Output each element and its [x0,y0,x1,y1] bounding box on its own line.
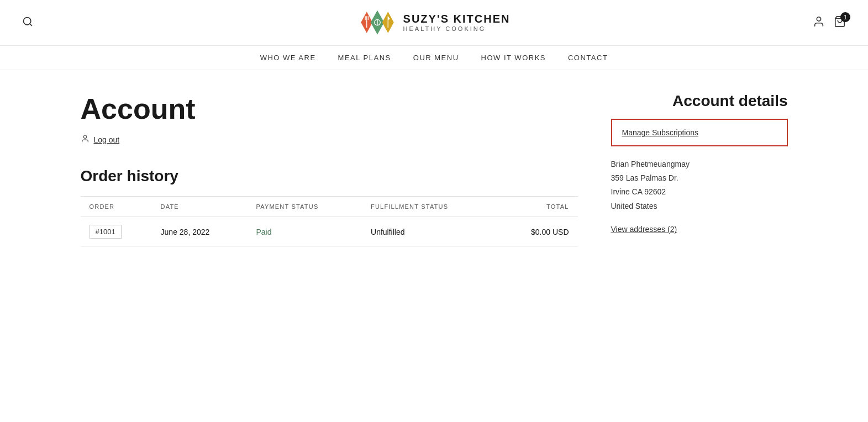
logo-icon [358,9,397,36]
logo-title: SUZY'S KITCHEN [403,12,511,25]
address-line3: United States [611,199,788,213]
search-button[interactable] [22,16,33,30]
logout-row: Log out [81,134,578,145]
manage-subscriptions-link[interactable]: Manage Subscriptions [622,128,699,137]
svg-point-15 [83,135,86,138]
address-name: Brian Phetmeuangmay [611,157,788,171]
logout-link[interactable]: Log out [94,135,120,144]
cell-order[interactable]: #1001 [81,217,152,247]
account-details-title: Account details [611,92,788,110]
nav-how-it-works[interactable]: HOW IT WORKS [481,54,546,62]
nav-who-we-are[interactable]: WHO WE ARE [260,54,316,62]
svg-point-13 [817,17,820,20]
address-line1: 359 Las Palmas Dr. [611,171,788,185]
logo-subtitle: HEALTHY COOKING [403,25,511,33]
cell-payment-status: Paid [247,217,362,247]
cell-date: June 28, 2022 [152,217,248,247]
logout-user-icon [81,134,90,145]
logo-text: SUZY'S KITCHEN HEALTHY COOKING [403,12,511,33]
main-content: Account Log out Order history ORDER DATE… [48,70,821,269]
col-date: DATE [152,197,248,217]
nav-our-menu[interactable]: OUR MENU [413,54,459,62]
payment-status-badge: Paid [256,228,271,236]
col-payment-status: PAYMENT STATUS [247,197,362,217]
address-line2: Irvine CA 92602 [611,185,788,199]
user-account-button[interactable] [813,15,825,30]
order-number[interactable]: #1001 [90,225,122,239]
cell-total: $0.00 USD [498,217,578,247]
address-block: Brian Phetmeuangmay 359 Las Palmas Dr. I… [611,157,788,213]
header-left-icons [22,16,33,30]
nav-contact[interactable]: CONTACT [568,54,608,62]
manage-subscriptions-box: Manage Subscriptions [611,119,788,146]
svg-line-1 [30,23,32,25]
left-section: Account Log out Order history ORDER DATE… [81,92,578,247]
site-header: SUZY'S KITCHEN HEALTHY COOKING 1 [0,0,868,46]
header-right-icons: 1 [813,15,846,30]
cart-badge: 1 [840,12,850,22]
order-table: ORDER DATE PAYMENT STATUS FULFILLMENT ST… [81,196,578,247]
table-row: #1001 June 28, 2022 Paid Unfulfilled $0.… [81,217,578,247]
order-history-title: Order history [81,167,578,185]
main-nav: WHO WE ARE MEAL PLANS OUR MENU HOW IT WO… [0,46,868,70]
col-order: ORDER [81,197,152,217]
view-addresses-link[interactable]: View addresses (2) [611,225,677,234]
nav-meal-plans[interactable]: MEAL PLANS [338,54,391,62]
col-fulfillment-status: FULFILLMENT STATUS [362,197,498,217]
col-total: TOTAL [498,197,578,217]
page-title: Account [81,92,578,125]
table-header-row: ORDER DATE PAYMENT STATUS FULFILLMENT ST… [81,197,578,217]
cart-button[interactable]: 1 [834,15,846,30]
cell-fulfillment-status: Unfulfilled [362,217,498,247]
right-section: Account details Manage Subscriptions Bri… [611,92,788,234]
logo[interactable]: SUZY'S KITCHEN HEALTHY COOKING [358,9,511,36]
